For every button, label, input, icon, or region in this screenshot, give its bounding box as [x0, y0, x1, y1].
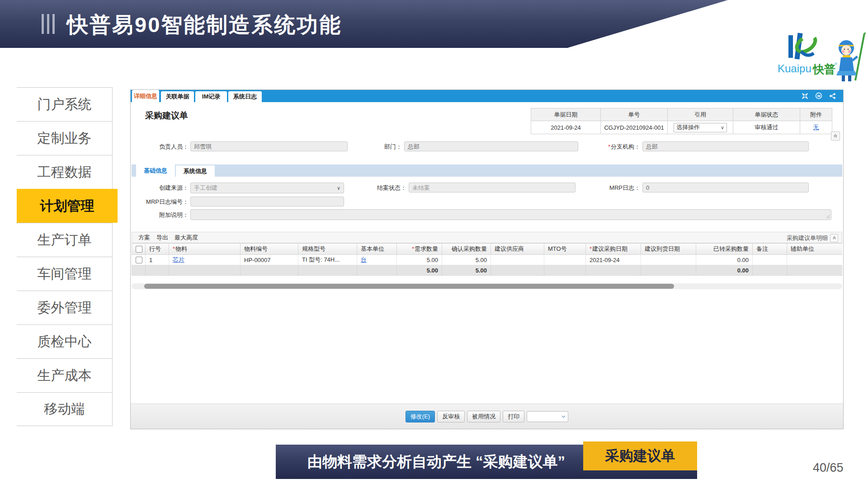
- banner-tag: 采购建议单: [583, 441, 697, 470]
- grid-total-cell: 5.00: [442, 265, 491, 276]
- grid-header-cell: 建议供应商: [491, 244, 544, 255]
- sidebar-item-quality-center[interactable]: 质检中心: [17, 324, 112, 358]
- hinfo-col-attach: 附件: [800, 108, 832, 121]
- grid-select-all: [132, 244, 146, 255]
- grid-header-cell: 备注: [753, 244, 787, 255]
- collapse-grid-button[interactable]: [830, 234, 838, 242]
- slide: 快普易90智能制造系统功能 Kuaipu 快普 ®: [0, 0, 868, 488]
- doc-header-table: 单据日期 单号 引用 单据状态 附件 2021-09-24 CGJYD-2021…: [531, 108, 832, 134]
- modify-button[interactable]: 修改(E): [406, 411, 435, 422]
- grid-cell-link[interactable]: 芯片: [173, 256, 184, 263]
- grid-header-cell: 已转采购数量: [696, 244, 753, 255]
- branch-input[interactable]: 总部: [642, 141, 809, 151]
- grid-cell: [641, 255, 696, 265]
- grid-header-cell: 辅助单位: [787, 244, 843, 255]
- mascot-monkey-king: [836, 33, 866, 81]
- detail-grid: 行号*物料物料编号规格型号基本单位*需求数量确认采购数量建议供应商MTO号*建议…: [132, 243, 842, 276]
- more-actions-select[interactable]: [527, 411, 568, 422]
- app-window: 详细信息 关联单据 IM记录 系统日志 IM: [130, 89, 844, 429]
- svg-text:®: ®: [835, 62, 837, 66]
- grid-header-cell: 物料编号: [241, 244, 298, 255]
- grid-total-cell: [586, 265, 641, 276]
- toolbar-export-button[interactable]: 导出: [156, 234, 168, 242]
- create-source-select[interactable]: 手工创建 ∨: [190, 183, 344, 193]
- close-status-input[interactable]: 未结案: [409, 183, 576, 192]
- sidebar-item-workshop-management[interactable]: 车间管理: [17, 257, 112, 291]
- collapse-header-button[interactable]: [831, 131, 840, 141]
- page-number: 40/65: [813, 461, 844, 475]
- scrollbar-thumb[interactable]: [144, 284, 674, 289]
- grid-cell: 0.00: [696, 255, 753, 265]
- sidebar-item-production-order[interactable]: 生产订单: [17, 223, 112, 257]
- doc-title: 采购建议单: [145, 110, 188, 122]
- tab-system-info[interactable]: 系统信息: [176, 165, 215, 177]
- detail-grid-wrap: 行号*物料物料编号规格型号基本单位*需求数量确认采购数量建议供应商MTO号*建议…: [132, 243, 842, 276]
- owner-label: 负责人员：: [144, 142, 189, 152]
- logo-text-en: Kuaipu: [778, 62, 811, 75]
- hinfo-col-date: 单据日期: [531, 108, 601, 121]
- grid-cell: 5.00: [442, 255, 491, 265]
- hinfo-col-docno: 单号: [601, 108, 668, 121]
- attachment-link[interactable]: 无: [813, 124, 819, 131]
- print-button[interactable]: 打印: [503, 411, 524, 422]
- select-all-checkbox[interactable]: [136, 246, 142, 253]
- grid-cell-link[interactable]: 台: [361, 256, 367, 263]
- sidebar-item-portal[interactable]: 门户系统: [17, 87, 112, 121]
- im-icon[interactable]: IM: [815, 92, 822, 99]
- sidebar-item-mobile[interactable]: 移动端: [17, 392, 112, 426]
- banner-text: 由物料需求分析自动产生 “采购建议单”: [285, 452, 588, 472]
- triple-bars-icon: [42, 14, 55, 34]
- sidebar: 门户系统 定制业务 工程数据 计划管理 生产订单 车间管理 委外管理 质检中心 …: [17, 87, 113, 426]
- app-footer: 修改(E) 反审核 被用情况 打印: [131, 404, 843, 429]
- ref-action-value: 选择操作: [676, 123, 700, 131]
- grid-header-cell: 建议到货日期: [641, 244, 696, 255]
- sidebar-item-engineering-data[interactable]: 工程数据: [17, 155, 112, 189]
- grid-header-row: 行号*物料物料编号规格型号基本单位*需求数量确认采购数量建议供应商MTO号*建议…: [132, 244, 843, 255]
- tab-detail-info[interactable]: 详细信息: [132, 90, 159, 102]
- dept-input[interactable]: 总部: [404, 141, 578, 151]
- toolbar-max-height-button[interactable]: 最大高度: [175, 234, 198, 242]
- share-icon[interactable]: [829, 93, 836, 99]
- sidebar-item-production-cost[interactable]: 生产成本: [17, 358, 112, 392]
- close-status-label: 结案状态：: [375, 183, 406, 193]
- toolbar-scheme-button[interactable]: 方案: [138, 234, 150, 242]
- tab-system-log[interactable]: 系统日志: [228, 91, 262, 102]
- ref-action-select[interactable]: 选择操作 ∨: [674, 123, 727, 132]
- extra-note-textarea[interactable]: [190, 209, 831, 220]
- mrp-log-no-input[interactable]: [190, 197, 344, 206]
- grid-total-cell: 5.00: [397, 265, 442, 276]
- owner-input[interactable]: 邱雪琪: [190, 141, 348, 151]
- grid-cell: [753, 255, 787, 265]
- doc-date: 2021-09-24: [531, 121, 601, 134]
- grid-cell: [544, 255, 586, 265]
- grid-toolbar: 方案 导出 最大高度 采购建议单明细: [132, 232, 842, 243]
- kuaipu-logo: Kuaipu 快普 ®: [775, 33, 868, 83]
- doc-number: CGJYD-20210924-001: [601, 121, 668, 134]
- dept-label: 部门：: [370, 142, 402, 152]
- svg-text:IM: IM: [817, 94, 820, 98]
- grid-total-cell: [491, 265, 544, 276]
- tab-im-record[interactable]: IM记录: [195, 91, 227, 102]
- compress-icon[interactable]: [802, 93, 808, 99]
- unaudit-button[interactable]: 反审核: [437, 411, 465, 422]
- sidebar-item-outsourcing-management[interactable]: 委外管理: [17, 291, 112, 324]
- resize-handle-icon[interactable]: [826, 215, 830, 219]
- row-checkbox[interactable]: [136, 257, 142, 263]
- usage-button[interactable]: 被用情况: [467, 411, 500, 422]
- tab-basic-info[interactable]: 基础信息: [136, 164, 175, 177]
- tab-related-docs[interactable]: 关联单据: [161, 91, 194, 102]
- grid-cell: 芯片: [169, 255, 241, 265]
- grid-total-cell: [357, 265, 397, 276]
- grid-row: 1芯片HP-00007TI 型号: 74H...台5.005.002021-09…: [132, 255, 843, 265]
- grid-total-cell: [169, 265, 241, 276]
- horizontal-scrollbar: [132, 283, 842, 289]
- doc-status: 审核通过: [733, 121, 800, 134]
- inner-tabstrip: 基础信息 系统信息: [132, 164, 842, 177]
- sidebar-item-custom-business[interactable]: 定制业务: [17, 121, 112, 155]
- create-source-label: 创建来源：: [144, 183, 189, 193]
- sidebar-item-plan-management[interactable]: 计划管理: [17, 189, 118, 223]
- grid-panel-title: 采购建议单明细: [787, 234, 828, 242]
- grid-cell: [491, 255, 544, 265]
- grid-cell: [787, 255, 843, 265]
- mrp-log-input[interactable]: 0: [642, 183, 809, 192]
